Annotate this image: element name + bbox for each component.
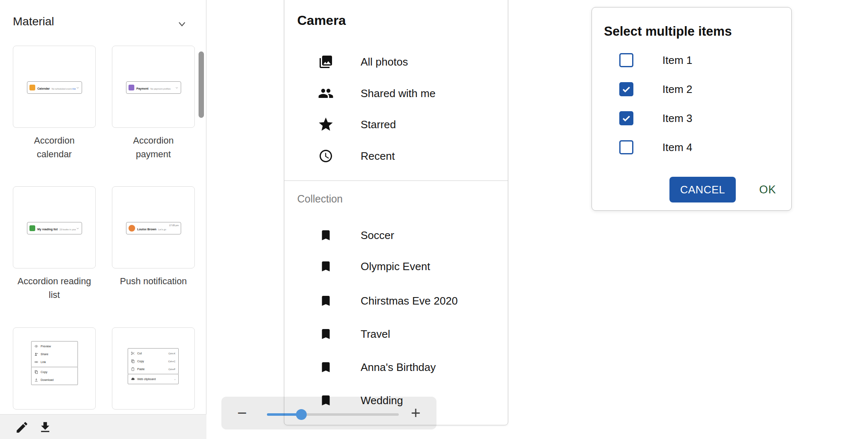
library-card-accordion-payment[interactable]: Payment No payment profiles (112, 46, 195, 128)
mini-title: Louise Brown (137, 228, 156, 231)
bookmark-icon (317, 361, 335, 374)
chevron-down-icon (175, 86, 179, 90)
checkbox-label: Item 2 (662, 83, 692, 96)
mini-menu-item: Copy (32, 368, 78, 376)
mini-subtitle: 23 books in your library (59, 228, 76, 231)
zoom-in-button[interactable]: + (409, 397, 423, 429)
mini-subtitle: No payment profiles (150, 88, 171, 90)
camera-menu-item-all-photos[interactable]: All photos (284, 49, 508, 74)
chevron-down-icon (76, 86, 80, 90)
link-icon (34, 360, 38, 364)
camera-wireframe-panel[interactable]: Camera All photos Shared with me Starred (284, 0, 508, 425)
library-card-push-notification[interactable]: Louise Brown Let's go 17:05 pm (112, 186, 195, 268)
mini-link: Add New (72, 88, 76, 90)
camera-menu-item-shared[interactable]: Shared with me (284, 81, 508, 106)
paste-icon (131, 367, 135, 371)
edit-pencil-icon[interactable] (15, 420, 29, 434)
mini-title: My reading list (37, 228, 58, 231)
mini-accordion: My reading list 23 books in your library (27, 222, 82, 234)
checkbox[interactable] (619, 82, 633, 96)
collection-section-title: Collection (297, 193, 343, 205)
payment-icon (129, 85, 134, 90)
checkbox-row: Item 1 (619, 50, 692, 71)
mini-subtitle: No scheduled event (51, 88, 72, 90)
copy-icon (34, 370, 38, 374)
camera-menu-item-recent[interactable]: Recent (284, 144, 508, 168)
screen: Material Calendar No scheduled event Add… (0, 0, 868, 439)
copy-icon (131, 359, 135, 363)
zoom-bar: − + (221, 397, 436, 429)
mini-menu-item: Preview (32, 342, 78, 350)
design-canvas[interactable]: Camera All photos Shared with me Starred (207, 0, 868, 439)
checkbox-row: Item 3 (619, 108, 692, 129)
mini-accordion: Calendar No scheduled event Add New (27, 81, 82, 94)
mini-menu-item: Download (32, 376, 78, 384)
library-card-context-menu-shortcuts[interactable]: Cut Ctrl+X Copy Ctrl+C Paste Ctrl+P (112, 327, 195, 410)
dialog-title: Select multiple items (604, 24, 732, 39)
library-card-accordion-calendar[interactable]: Calendar No scheduled event Add New (13, 46, 96, 128)
bookmark-icon (317, 294, 335, 307)
library-card-context-menu[interactable]: Preview Share Link (13, 327, 96, 410)
collection-item-annas-birthday[interactable]: Anna's Birthday (284, 355, 508, 380)
mini-title: Calendar (37, 87, 50, 90)
checkbox-row: Item 4 (619, 137, 692, 158)
checkbox-label: Item 4 (662, 141, 692, 154)
thumbnail: Preview Share Link (13, 327, 96, 410)
ok-button[interactable]: OK (750, 177, 785, 202)
collection-item-olympic-event[interactable]: Olympic Event (284, 254, 508, 279)
checkbox[interactable] (619, 53, 633, 67)
checkbox-label: Item 1 (662, 54, 692, 67)
card-label: Accordion calendar (13, 134, 96, 161)
mini-menu-item: Copy Ctrl+C (128, 357, 178, 365)
collection-item-christmas-eve[interactable]: Chirstmas Eve 2020 (284, 288, 508, 313)
mini-menu-item: Share (32, 350, 78, 358)
avatar (129, 225, 135, 232)
zoom-slider-handle[interactable] (296, 409, 307, 420)
zoom-out-button[interactable]: − (235, 397, 249, 429)
eye-icon (34, 344, 38, 348)
camera-menu-item-starred[interactable]: Starred (284, 112, 508, 137)
card-label: Push notification (112, 274, 195, 288)
bookmark-icon (317, 327, 335, 341)
mini-menu: Cut Ctrl+X Copy Ctrl+C Paste Ctrl+P (128, 348, 179, 384)
checkbox-row: Item 2 (619, 79, 692, 100)
checkbox-label: Item 3 (662, 112, 692, 125)
chevron-down-icon[interactable] (177, 19, 187, 29)
camera-panel-title: Camera (297, 13, 346, 28)
sidebar-scrollbar[interactable] (199, 51, 204, 118)
library-card-accordion-reading-list[interactable]: My reading list 23 books in your library (13, 186, 96, 268)
thumbnail: Payment No payment profiles (112, 46, 195, 128)
collection-item-travel[interactable]: Travel (284, 322, 508, 346)
clock-icon (317, 149, 335, 163)
collection-item-soccer[interactable]: Soccer (284, 223, 508, 248)
divider (284, 180, 508, 181)
checkbox[interactable] (619, 111, 633, 125)
bookmark-icon (317, 229, 335, 242)
sidebar-footer (0, 414, 206, 439)
thumbnail: Louise Brown Let's go 17:05 pm (112, 186, 195, 268)
mini-accordion: Payment No payment profiles (126, 81, 181, 94)
mini-menu-item: Cut Ctrl+X (128, 349, 178, 357)
library-sidebar: Material Calendar No scheduled event Add… (0, 0, 206, 439)
download-icon[interactable] (38, 420, 52, 434)
people-icon (317, 85, 335, 101)
bookmark-icon (317, 260, 335, 273)
mini-menu-item: Web clipboard › (128, 375, 178, 383)
cancel-button[interactable]: CANCEL (669, 177, 736, 202)
mini-notification: Louise Brown Let's go 17:05 pm (126, 222, 181, 234)
mini-menu-item: Link (32, 358, 78, 366)
mini-time: 17:05 pm (169, 224, 179, 227)
mini-menu: Preview Share Link (31, 341, 78, 385)
card-label: Accordion reading list (13, 274, 96, 302)
scissors-icon (131, 351, 135, 355)
mini-menu-item: Paste Ctrl+P (128, 365, 178, 373)
checkbox[interactable] (619, 140, 633, 154)
cloud-icon (131, 377, 135, 381)
dialog-checkbox-list: Item 1 Item 2 Item 3 (619, 50, 692, 158)
card-label: Accordion payment (112, 134, 195, 161)
select-items-dialog[interactable]: Select multiple items Item 1 Item 2 (592, 7, 792, 211)
download-icon (34, 378, 38, 382)
thumbnail: Cut Ctrl+X Copy Ctrl+C Paste Ctrl+P (112, 327, 195, 410)
zoom-slider-track[interactable] (267, 413, 399, 416)
thumbnail: My reading list 23 books in your library (13, 186, 96, 268)
